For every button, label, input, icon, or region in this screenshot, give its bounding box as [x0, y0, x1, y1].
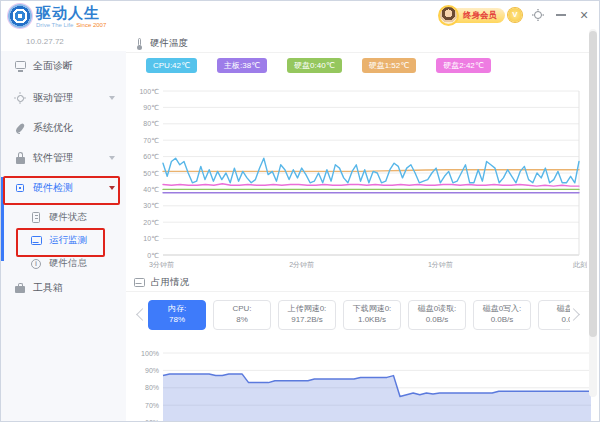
gear-icon [14, 92, 26, 104]
usage-card-download-speed[interactable]: 下载网速0: 1.0KB/s [343, 300, 401, 330]
svg-text:0℃: 0℃ [147, 252, 159, 259]
svg-text:3分钟前: 3分钟前 [149, 261, 174, 268]
gear-icon [534, 11, 542, 19]
board-temp-badge[interactable]: 主板:38℃ [217, 58, 267, 73]
usage-card-upload-speed[interactable]: 上传网速0: 917.2B/s [278, 300, 336, 330]
svg-text:1分钟前: 1分钟前 [428, 261, 453, 268]
svg-text:70℃: 70℃ [143, 137, 159, 144]
app-logo-gear-icon [8, 4, 32, 28]
sidebar-item-hardware-detection[interactable]: 硬件检测 [1, 173, 126, 203]
temperature-section-header: 硬件温度 [134, 37, 188, 50]
close-icon: × [580, 8, 588, 22]
settings-button[interactable] [531, 8, 545, 22]
svg-text:2分钟前: 2分钟前 [289, 261, 314, 268]
svg-text:60℃: 60℃ [143, 153, 159, 160]
temperature-legend: CPU:42℃ 主板:38℃ 硬盘0:40℃ 硬盘1:52℃ 硬盘2:42℃ [146, 58, 491, 73]
sidebar-item-system-optimization[interactable]: 系统优化 [1, 113, 126, 143]
app-title: 驱动人生 [36, 5, 106, 20]
temperature-section-title: 硬件温度 [150, 37, 188, 50]
svg-text:80℃: 80℃ [143, 120, 159, 127]
svg-text:100%: 100% [141, 350, 159, 357]
app-since: Since 2007 [76, 22, 106, 28]
carousel-left-arrow[interactable] [136, 308, 144, 322]
svg-text:此刻: 此刻 [572, 261, 587, 268]
chevron-down-icon [109, 156, 115, 160]
disk0-temp-badge[interactable]: 硬盘0:40℃ [287, 58, 342, 73]
svg-text:100℃: 100℃ [139, 88, 159, 95]
sidebar-item-software-management[interactable]: 软件管理 [1, 143, 126, 173]
app-version: 10.0.27.72 [26, 37, 64, 46]
temperature-line-chart: 0℃10℃20℃30℃40℃50℃60℃70℃80℃90℃100℃3分钟前2分钟… [131, 85, 587, 269]
titlebar: 驱动人生 Drive The LifeSince 2007 终身会员 V × [1, 1, 599, 29]
info-icon [30, 258, 42, 270]
toolbox-icon [14, 282, 26, 294]
usage-section-header: 占用情况 [133, 276, 189, 289]
svg-text:50℃: 50℃ [143, 170, 159, 177]
cpu-temp-badge[interactable]: CPU:42℃ [146, 58, 197, 73]
svg-text:40℃: 40℃ [143, 186, 159, 193]
usage-card-disk1[interactable]: 磁盘1 0.0 [538, 300, 570, 330]
svg-text:20℃: 20℃ [143, 219, 159, 226]
lock-icon [14, 152, 26, 164]
svg-text:70%: 70% [145, 402, 159, 409]
usage-card-memory[interactable]: 内存: 78% [148, 300, 206, 330]
membership-badge[interactable]: 终身会员 V [438, 5, 522, 26]
diagnosis-icon [14, 60, 26, 72]
usage-section-title: 占用情况 [151, 276, 189, 289]
chevron-down-icon [109, 186, 115, 190]
memory-usage-area-chart: 100%90%80%70%60% [131, 347, 593, 422]
rocket-icon [14, 122, 26, 134]
svg-text:90%: 90% [145, 367, 159, 374]
app-logo: 驱动人生 Drive The LifeSince 2007 [8, 4, 106, 28]
sidebar-item-full-diagnosis[interactable]: 全面诊断 [1, 51, 126, 81]
chevron-down-icon [109, 96, 115, 100]
monitor-icon [30, 235, 42, 247]
vip-badge-icon: V [508, 8, 522, 22]
minimize-icon [556, 14, 566, 16]
active-section-accent-bar [1, 177, 4, 261]
usage-card-disk0-write[interactable]: 磁盘0写入: 0.0B/s [473, 300, 531, 330]
disk1-temp-badge[interactable]: 硬盘1:52℃ [362, 58, 417, 73]
app-slogan: Drive The Life [36, 22, 73, 28]
svg-text:30℃: 30℃ [143, 202, 159, 209]
sidebar-item-driver-management[interactable]: 驱动管理 [1, 83, 126, 113]
section-divider [126, 291, 589, 292]
minimize-button[interactable] [554, 8, 568, 22]
sidebar: 全面诊断 驱动管理 系统优化 软件管理 硬件检测 硬件状态 运行监测 硬件信息 … [1, 51, 126, 421]
usage-card-cpu[interactable]: CPU: 8% [213, 300, 271, 330]
user-avatar[interactable] [438, 5, 459, 26]
driver-life-app-window: { "titlebar": { "logo_cn": "驱动人生", "logo… [0, 0, 600, 422]
document-icon [30, 212, 42, 224]
sidebar-item-toolbox[interactable]: 工具箱 [1, 273, 126, 303]
svg-text:10℃: 10℃ [143, 235, 159, 242]
usage-card-disk0-read[interactable]: 磁盘0读取: 0.0B/s [408, 300, 466, 330]
section-divider [126, 52, 589, 53]
scrollbar-thumb[interactable] [589, 31, 597, 337]
close-button[interactable]: × [577, 8, 591, 22]
sidebar-subitem-hardware-status[interactable]: 硬件状态 [1, 206, 126, 229]
chip-icon [14, 182, 26, 194]
sidebar-subitem-hardware-info[interactable]: 硬件信息 [1, 252, 126, 275]
chart-icon [133, 277, 145, 289]
carousel-right-arrow[interactable] [571, 308, 579, 322]
usage-card-carousel: 内存: 78% CPU: 8% 上传网速0: 917.2B/s 下载网速0: 1… [148, 300, 570, 330]
thermometer-icon [134, 38, 144, 50]
svg-text:80%: 80% [145, 384, 159, 391]
disk2-temp-badge[interactable]: 硬盘2:42℃ [436, 58, 491, 73]
sidebar-subitem-running-monitor[interactable]: 运行监测 [1, 229, 126, 252]
svg-text:90℃: 90℃ [143, 104, 159, 111]
